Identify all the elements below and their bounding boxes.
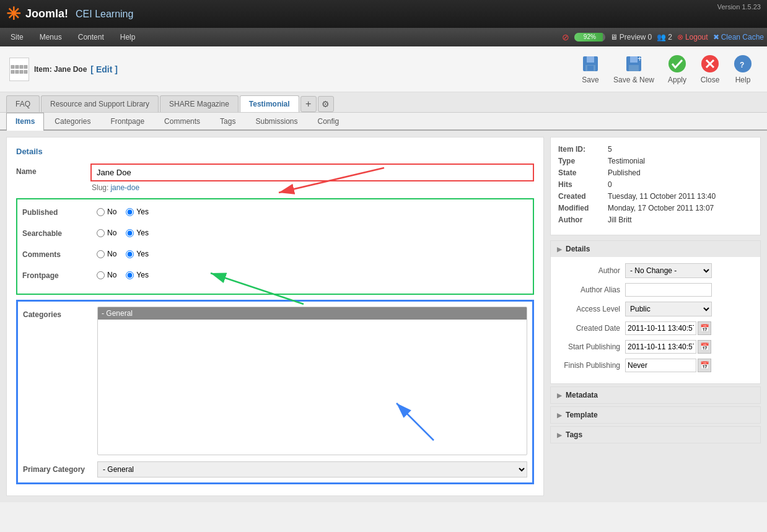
logout-btn[interactable]: ⊗ Logout: [677, 33, 708, 41]
clean-cache-icon: ✖: [713, 33, 719, 41]
comments-yes-radio[interactable]: [126, 250, 134, 258]
edit-label: [ Edit ]: [90, 64, 118, 74]
nav-menus[interactable]: Menus: [32, 30, 69, 44]
tab-share[interactable]: SHARE Magazine: [160, 95, 239, 112]
gear-tab-button[interactable]: ⚙: [318, 96, 334, 112]
frontpage-radio-group: No Yes: [97, 268, 149, 282]
save-new-label: Save & New: [613, 76, 654, 84]
help-button[interactable]: ? Help: [728, 51, 758, 87]
comments-no-radio[interactable]: [97, 250, 105, 258]
joomla-text: Joomla!: [25, 7, 68, 20]
meta-type-label: Type: [558, 157, 608, 165]
comments-no: No: [97, 250, 116, 258]
tab-resource[interactable]: Resource and Support Library: [41, 95, 159, 112]
meta-hits-label: Hits: [558, 180, 608, 189]
metadata-arrow-icon: ▶: [557, 392, 562, 399]
created-date-calendar-button[interactable]: 📅: [698, 321, 711, 335]
sub-tab-submissions[interactable]: Submissions: [246, 113, 307, 129]
published-yes-radio[interactable]: [126, 208, 134, 216]
apply-button[interactable]: Apply: [662, 51, 692, 87]
save-button[interactable]: Save: [576, 51, 605, 87]
sub-tab-tags[interactable]: Tags: [211, 113, 245, 129]
author-select[interactable]: - No Change -: [625, 263, 712, 278]
frontpage-yes-label: Yes: [136, 271, 149, 279]
frontpage-yes-radio[interactable]: [126, 271, 134, 279]
meta-type-row: Type Testimonial: [558, 157, 753, 165]
frontpage-label: Frontpage: [22, 268, 97, 280]
sub-tabs: Items Categories Frontpage Comments Tags…: [0, 113, 767, 131]
tab-testimonial[interactable]: Testimonial: [240, 95, 299, 112]
component-tabs: FAQ Resource and Support Library SHARE M…: [0, 92, 767, 113]
category-general-option[interactable]: - General: [98, 307, 527, 320]
finish-publishing-calendar-button[interactable]: 📅: [698, 359, 711, 372]
sub-tab-comments[interactable]: Comments: [155, 113, 209, 129]
meta-type-value: Testimonial: [608, 157, 645, 165]
access-level-select[interactable]: Public: [625, 302, 712, 316]
access-level-label: Access Level: [557, 305, 625, 313]
start-publishing-calendar-button[interactable]: 📅: [698, 340, 711, 354]
save-icon: [581, 54, 600, 74]
users-btn[interactable]: 👥 2: [657, 33, 672, 41]
close-button[interactable]: Close: [695, 51, 725, 87]
finish-publishing-control: 📅: [625, 359, 754, 372]
name-input[interactable]: [90, 164, 534, 181]
sub-tab-frontpage[interactable]: Frontpage: [101, 113, 154, 129]
searchable-no-radio[interactable]: [97, 229, 105, 237]
nav-bar: Site Menus Content Help ⊘ 92% 🖥 Preview …: [0, 28, 767, 46]
published-no: No: [97, 207, 116, 216]
categories-box: Categories - General Primary Category - …: [16, 300, 534, 484]
published-radio-group: No Yes: [97, 204, 149, 219]
finish-publishing-input[interactable]: [625, 359, 696, 372]
top-header: ✳ Joomla! CEI Learning Version 1.5.23: [0, 0, 767, 28]
primary-cat-label: Primary Category: [23, 465, 97, 474]
nav-content[interactable]: Content: [71, 30, 112, 44]
details-collapsible-label: Details: [566, 245, 590, 253]
circle-icon: ⊘: [562, 32, 569, 42]
comments-radio-group: No Yes: [97, 246, 149, 261]
help-label: Help: [735, 76, 751, 84]
tags-collapsible-header[interactable]: ▶ Tags: [551, 427, 760, 443]
logout-icon: ⊗: [677, 33, 683, 41]
metadata-collapsible-header[interactable]: ▶ Metadata: [551, 387, 760, 403]
created-date-input[interactable]: [625, 321, 696, 335]
nav-site[interactable]: Site: [3, 30, 31, 44]
meta-state-label: State: [558, 168, 608, 177]
frontpage-yes: Yes: [126, 271, 149, 279]
details-collapsible-header[interactable]: ▶ Details: [551, 241, 760, 257]
categories-listbox[interactable]: - General: [97, 307, 527, 455]
author-alias-input[interactable]: [625, 283, 712, 297]
sub-tab-items[interactable]: Items: [6, 113, 44, 131]
template-arrow-icon: ▶: [557, 412, 562, 419]
comments-yes-label: Yes: [136, 250, 149, 258]
tab-faq[interactable]: FAQ: [6, 95, 40, 112]
apply-label: Apply: [668, 76, 686, 84]
sub-tab-categories[interactable]: Categories: [45, 113, 100, 129]
tags-arrow-icon: ▶: [557, 432, 562, 438]
add-tab-button[interactable]: +: [300, 96, 317, 112]
searchable-no-label: No: [107, 229, 116, 237]
published-no-radio[interactable]: [97, 208, 105, 216]
start-publishing-input[interactable]: [625, 340, 696, 354]
created-date-control: 📅: [625, 321, 754, 335]
name-row: Name Slug: jane-doe: [16, 164, 534, 192]
help-icon: ?: [733, 54, 753, 74]
joomla-logo: ✳ Joomla!: [6, 4, 68, 24]
created-date-row: Created Date 📅: [557, 321, 754, 335]
meta-item-id-row: Item ID: 5: [558, 145, 753, 154]
searchable-yes-radio[interactable]: [126, 229, 134, 237]
template-collapsible-header[interactable]: ▶ Template: [551, 407, 760, 423]
nav-help[interactable]: Help: [113, 30, 143, 44]
frontpage-no-radio[interactable]: [97, 271, 105, 279]
preview-btn[interactable]: 🖥 Preview 0: [610, 33, 652, 41]
primary-category-select[interactable]: - General: [97, 461, 527, 477]
access-level-row: Access Level Public: [557, 302, 754, 316]
meta-author-row: Author Jill Britt: [558, 216, 753, 224]
save-label: Save: [582, 76, 598, 84]
author-row: Author - No Change -: [557, 263, 754, 278]
categories-row: Categories - General: [23, 307, 527, 455]
save-new-button[interactable]: + Save & New: [608, 51, 659, 87]
start-publishing-control: 📅: [625, 340, 754, 354]
sub-tab-config[interactable]: Config: [309, 113, 349, 129]
start-publishing-row: Start Publishing 📅: [557, 340, 754, 354]
clean-cache-btn[interactable]: ✖ Clean Cache: [713, 33, 764, 41]
